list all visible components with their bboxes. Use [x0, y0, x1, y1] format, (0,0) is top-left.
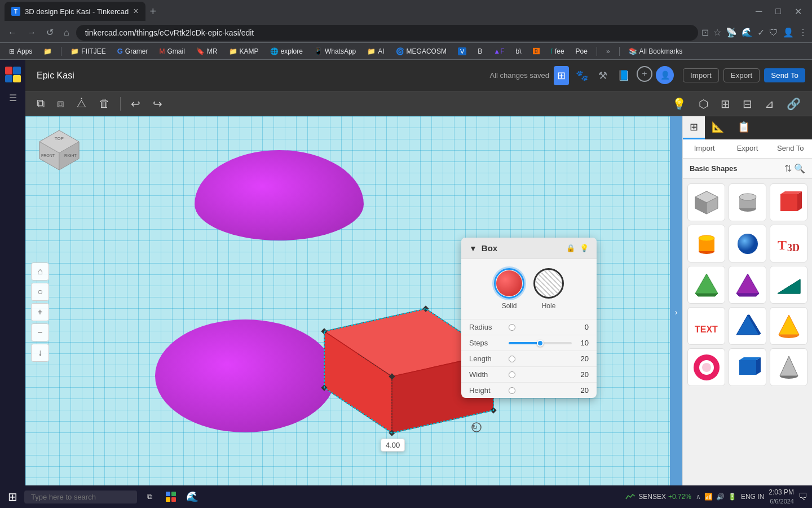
- taskbar-widgets[interactable]: [162, 488, 180, 506]
- start-btn[interactable]: ⊞: [5, 488, 21, 506]
- add-person-btn[interactable]: +: [637, 66, 652, 82]
- length-circle[interactable]: [509, 356, 515, 362]
- hamburger-menu-btn[interactable]: ☰: [6, 89, 20, 107]
- bookmark-fiitjee[interactable]: 📁 FIITJEE: [66, 46, 110, 56]
- shape-cylinder-gray[interactable]: [729, 183, 766, 221]
- panel-tab-grid[interactable]: ⊞: [683, 116, 705, 139]
- profile-icon[interactable]: 👤: [783, 27, 794, 38]
- height-circle[interactable]: [509, 387, 515, 394]
- shape-cylinder-orange[interactable]: [687, 225, 725, 262]
- shape-cone-gray[interactable]: [770, 348, 807, 386]
- star-icon[interactable]: ☆: [713, 27, 721, 38]
- bookmark-upf[interactable]: ▲F: [489, 46, 509, 56]
- hole-circle[interactable]: [533, 268, 564, 299]
- back-btn[interactable]: ←: [5, 25, 20, 40]
- flip-btn[interactable]: ⊿: [760, 95, 779, 113]
- collapse-btn[interactable]: ▼: [469, 244, 477, 253]
- redo-btn[interactable]: ↪: [148, 95, 167, 113]
- fit-btn[interactable]: ↓: [31, 344, 49, 362]
- bookmark-bslash[interactable]: b\: [511, 46, 526, 56]
- bookmark-poe[interactable]: Poe: [571, 46, 592, 56]
- viewport[interactable]: TOP FRONT RIGHT ⌂ ○ + − ↓: [25, 116, 670, 508]
- network-icon[interactable]: 📶: [704, 493, 713, 501]
- shape-cube-red[interactable]: [770, 183, 807, 221]
- paw-btn[interactable]: 🐾: [572, 66, 592, 85]
- bookmark-b2[interactable]: 🅱: [528, 46, 544, 56]
- view-cube-btn[interactable]: ⬡: [694, 95, 713, 113]
- cube-navigator[interactable]: TOP FRONT RIGHT: [37, 128, 82, 173]
- close-btn[interactable]: ✕: [789, 4, 807, 19]
- right-expand-btn[interactable]: ›: [670, 116, 682, 508]
- export-panel-btn[interactable]: Export: [726, 139, 769, 158]
- undo-btn[interactable]: ↩: [126, 95, 145, 113]
- shape-sphere-blue[interactable]: [729, 225, 766, 262]
- active-tab[interactable]: T 3D design Epic Kasi - Tinkercad ×: [5, 2, 145, 21]
- user-avatar[interactable]: 👤: [656, 66, 674, 84]
- shape-text-red[interactable]: TEXT: [687, 307, 725, 345]
- shape-ramp-teal[interactable]: [770, 266, 807, 304]
- send-to-btn[interactable]: Send To: [764, 68, 805, 82]
- bookmark-kamp[interactable]: 📁 KAMP: [224, 46, 263, 56]
- shape-pyramid-purple[interactable]: [729, 266, 766, 304]
- shape-pyramid-green[interactable]: [687, 266, 725, 304]
- bookmark-ai[interactable]: 📁 AI: [363, 46, 389, 56]
- bookmark-fee[interactable]: ffee: [546, 46, 569, 56]
- steps-slider[interactable]: [509, 342, 572, 344]
- bookmark-all[interactable]: 📚 All Bookmarks: [624, 46, 687, 56]
- radius-circle[interactable]: [509, 324, 515, 331]
- width-circle[interactable]: [509, 371, 515, 378]
- chevron-up-icon[interactable]: ∧: [696, 493, 701, 501]
- tinkercad-logo[interactable]: [3, 64, 23, 85]
- bookmark-megacosm[interactable]: 🌀 MEGACOSM: [391, 46, 451, 56]
- zoom-in-btn[interactable]: +: [31, 303, 49, 321]
- panel-tab-notes[interactable]: 📋: [731, 116, 757, 139]
- import-btn[interactable]: Import: [683, 68, 719, 82]
- orbit-btn[interactable]: ○: [31, 283, 49, 301]
- battery-icon[interactable]: 🔋: [728, 493, 736, 501]
- minimize-btn[interactable]: ─: [750, 4, 767, 19]
- shape-text3d[interactable]: T 3D: [770, 225, 807, 262]
- bookmark-explore[interactable]: 🌐 explore: [266, 46, 307, 56]
- shape-box-gray[interactable]: [687, 183, 725, 221]
- menu-icon[interactable]: ⋮: [798, 27, 807, 38]
- taskbar-taskview[interactable]: ⧉: [140, 488, 158, 506]
- maximize-btn[interactable]: □: [770, 4, 787, 19]
- home-btn[interactable]: ⌂: [60, 25, 73, 40]
- url-input[interactable]: [76, 25, 698, 41]
- grid-view-btn[interactable]: ⊞: [554, 66, 569, 85]
- notification-icon[interactable]: 🗨: [798, 492, 807, 502]
- delete-btn[interactable]: 🗑: [94, 95, 114, 112]
- mirror-btn[interactable]: ⧊: [72, 95, 91, 112]
- new-tab-btn[interactable]: +: [145, 5, 161, 18]
- shape-torus-pink[interactable]: [687, 348, 725, 386]
- hole-btn[interactable]: Hole: [533, 268, 564, 310]
- export-btn[interactable]: Export: [723, 68, 760, 82]
- steps-slider-area[interactable]: [509, 342, 572, 344]
- panel-tab-ruler[interactable]: 📐: [705, 116, 731, 139]
- align-btn[interactable]: ⊟: [738, 95, 757, 113]
- tab-close-btn[interactable]: ×: [133, 6, 138, 16]
- bookmark-apps[interactable]: ⊞ Apps: [5, 46, 37, 56]
- solid-btn[interactable]: Solid: [494, 268, 524, 310]
- bookmark-gmail[interactable]: M Gmail: [155, 46, 189, 56]
- light-btn[interactable]: 💡: [668, 95, 691, 113]
- bookmark-v[interactable]: V: [453, 46, 471, 56]
- taskbar-edge[interactable]: 🌊: [183, 488, 201, 506]
- send-to-panel-btn[interactable]: Send To: [769, 139, 812, 158]
- steps-slider-thumb[interactable]: [537, 340, 544, 347]
- tools-btn[interactable]: ⚒: [595, 66, 611, 85]
- lock-icon[interactable]: 🔒: [566, 244, 575, 252]
- duplicate-btn[interactable]: ⧈: [52, 95, 69, 112]
- bookmark-more[interactable]: »: [602, 46, 615, 56]
- bookmark-whatsapp[interactable]: 📱 WhatsApp: [310, 46, 360, 56]
- magnet-btn[interactable]: 🔗: [782, 95, 805, 113]
- forward-btn[interactable]: →: [24, 25, 39, 40]
- import-panel-btn[interactable]: Import: [683, 139, 726, 158]
- shape-cone-yellow[interactable]: [770, 307, 807, 345]
- home-view-btn[interactable]: ⌂: [31, 262, 49, 281]
- solid-circle[interactable]: [494, 268, 524, 299]
- bookmark-b1[interactable]: B: [473, 46, 487, 56]
- taskbar-search[interactable]: [24, 491, 137, 503]
- bookmark-mr[interactable]: 🔖 MR: [192, 46, 222, 56]
- zoom-out-btn[interactable]: −: [31, 323, 49, 341]
